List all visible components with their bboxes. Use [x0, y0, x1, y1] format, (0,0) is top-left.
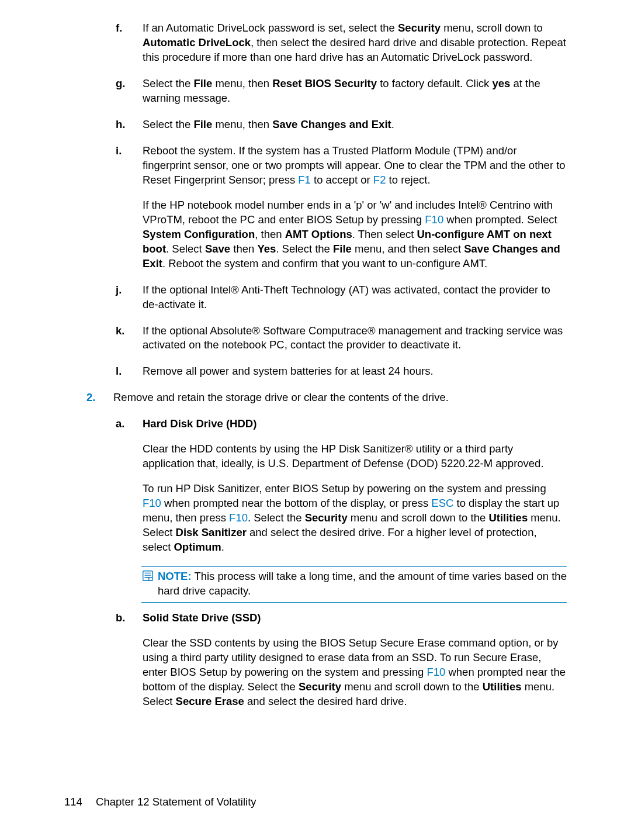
text: and select the desired hard drive.	[244, 695, 407, 707]
text: To run HP Disk Sanitizer, enter BIOS Set…	[143, 482, 546, 495]
text: If the optional Absolute® Software Compu…	[143, 324, 567, 353]
content-k: If the optional Absolute® Software Compu…	[143, 324, 567, 353]
marker-b: b.	[116, 611, 143, 709]
content-2: Remove and retain the storage drive or c…	[113, 390, 567, 405]
text: menu, then	[212, 118, 272, 130]
text: Select the	[143, 118, 193, 130]
marker-h: h.	[116, 117, 143, 132]
text-bold: AMT Options	[285, 228, 352, 240]
text: when prompted. Select	[443, 213, 557, 226]
text-bold: System Configuration	[143, 228, 255, 240]
kbd-f10: F10	[427, 666, 445, 678]
note-icon	[141, 569, 154, 582]
text: . Select	[166, 243, 205, 255]
list-item-g: g. Select the File menu, then Reset BIOS…	[64, 77, 567, 106]
text: , then	[255, 228, 285, 240]
text: menu, then	[212, 77, 272, 89]
text: If an Automatic DriveLock password is se…	[143, 22, 398, 34]
marker-k: k.	[116, 324, 143, 353]
content-l: Remove all power and system batteries fo…	[143, 364, 567, 379]
note-content: NOTE: This process will take a long time…	[158, 569, 567, 599]
list-item-f: f. If an Automatic DriveLock password is…	[64, 21, 567, 65]
kbd-f1: F1	[298, 174, 311, 186]
text: .	[391, 118, 394, 130]
page-footer: 114 Chapter 12 Statement of Volatility	[64, 795, 567, 810]
list-item-2: 2. Remove and retain the storage drive o…	[64, 390, 567, 405]
text-bold: Security	[299, 680, 341, 693]
note-text: This process will take a long time, and …	[158, 570, 567, 597]
text: . Reboot the system and confirm that you…	[162, 257, 487, 269]
kbd-f10: F10	[143, 497, 161, 509]
text: to accept or	[311, 174, 373, 186]
content-i: Reboot the system. If the system has a T…	[143, 144, 567, 271]
text: menu, and then select	[352, 243, 464, 255]
text-bold: Automatic DriveLock	[143, 36, 251, 49]
text: then	[230, 243, 257, 255]
heading-hdd: Hard Disk Drive (HDD)	[143, 417, 567, 431]
list-item-k: k. If the optional Absolute® Software Co…	[64, 324, 567, 353]
text: to factory default. Click	[377, 77, 492, 89]
text: to reject.	[386, 174, 430, 186]
note-box: NOTE: This process will take a long time…	[141, 566, 567, 603]
text: menu and scroll down to the	[348, 511, 489, 524]
text-bold: Yes	[257, 243, 276, 255]
text: menu, scroll down to	[441, 22, 543, 34]
text-bold: Save Changes and Exit	[272, 118, 391, 130]
marker-l: l.	[116, 364, 143, 379]
text: Remove all power and system batteries fo…	[143, 364, 567, 379]
list-item-b: b. Solid State Drive (SSD) Clear the SSD…	[64, 611, 567, 709]
kbd-esc: ESC	[431, 497, 453, 509]
text-bold: Utilities	[488, 511, 528, 524]
list-item-a: a. Hard Disk Drive (HDD) Clear the HDD c…	[64, 417, 567, 555]
text-bold: Reset BIOS Security	[272, 77, 377, 89]
text-bold: File	[333, 243, 352, 255]
text: Remove and retain the storage drive or c…	[113, 390, 567, 405]
text: when prompted near the bottom of the dis…	[161, 497, 431, 509]
list-item-h: h. Select the File menu, then Save Chang…	[64, 117, 567, 132]
kbd-f10: F10	[229, 511, 248, 524]
text-bold: yes	[492, 77, 510, 89]
marker-2: 2.	[86, 390, 113, 405]
kbd-f10: F10	[425, 213, 443, 226]
text: If the optional Intel® Anti-Theft Techno…	[143, 283, 567, 312]
text-bold: Save	[205, 243, 230, 255]
list-item-j: j. If the optional Intel® Anti-Theft Tec…	[64, 283, 567, 312]
text-bold: File	[193, 118, 212, 130]
text-bold: Security	[305, 511, 348, 524]
text-bold: Disk Sanitizer	[176, 526, 247, 538]
page-number: 114	[64, 795, 82, 810]
text: menu and scroll down to the	[341, 680, 483, 693]
text: . Then select	[352, 228, 417, 240]
content-g: Select the File menu, then Reset BIOS Se…	[143, 77, 567, 106]
marker-g: g.	[116, 77, 143, 106]
text-bold: File	[193, 77, 212, 89]
list-item-l: l. Remove all power and system batteries…	[64, 364, 567, 379]
content-h: Select the File menu, then Save Changes …	[143, 117, 567, 132]
marker-f: f.	[116, 21, 143, 65]
heading-ssd: Solid State Drive (SSD)	[143, 611, 567, 625]
text-bold: Utilities	[483, 680, 522, 693]
text-bold: Secure Erase	[176, 695, 244, 707]
note-label: NOTE:	[158, 570, 192, 582]
kbd-f2: F2	[373, 174, 386, 186]
text: . Select the	[248, 511, 305, 524]
svg-rect-0	[143, 571, 153, 581]
list-item-i: i. Reboot the system. If the system has …	[64, 144, 567, 271]
content-j: If the optional Intel® Anti-Theft Techno…	[143, 283, 567, 312]
content-a: Hard Disk Drive (HDD) Clear the HDD cont…	[143, 417, 567, 555]
content-b: Solid State Drive (SSD) Clear the SSD co…	[143, 611, 567, 709]
text: .	[221, 541, 224, 553]
text-bold: Security	[398, 22, 441, 34]
marker-j: j.	[116, 283, 143, 312]
content-f: If an Automatic DriveLock password is se…	[143, 21, 567, 65]
text: . Select the	[276, 243, 333, 255]
chapter-title: Chapter 12 Statement of Volatility	[96, 796, 256, 808]
marker-i: i.	[116, 144, 143, 271]
marker-a: a.	[116, 417, 143, 555]
text: Select the	[143, 77, 193, 89]
text: Clear the HDD contents by using the HP D…	[143, 442, 567, 471]
text-bold: Optimum	[174, 541, 221, 553]
